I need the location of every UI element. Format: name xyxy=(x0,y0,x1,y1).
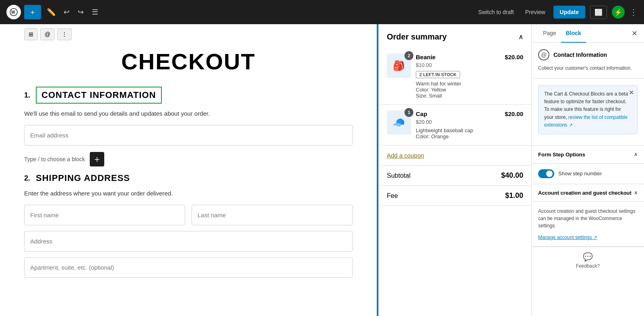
add-block-topbar-button[interactable]: ＋ xyxy=(24,5,41,19)
order-summary-chevron[interactable]: ∧ xyxy=(518,33,523,41)
topbar-right: Switch to draft Preview Update ⬜ ⚡ ⋮ xyxy=(475,6,638,19)
item-price: $20.00 xyxy=(416,119,500,125)
item-total: $20.00 xyxy=(505,110,523,117)
first-name-input[interactable] xyxy=(24,205,185,225)
item-color: Color: Orange xyxy=(416,133,500,139)
user-avatar[interactable]: ⚡ xyxy=(612,6,625,19)
account-section-header[interactable]: Account creation and guest checkout ∧ xyxy=(532,184,644,202)
contact-info-title: Contact Information xyxy=(553,52,607,58)
type-to-choose-label: Type / to choose a block xyxy=(24,156,85,162)
item-total: $20.00 xyxy=(505,54,523,60)
wordpress-logo[interactable]: W xyxy=(6,5,21,19)
show-step-number-row: Show step number xyxy=(538,169,638,178)
address-field-group xyxy=(24,231,353,252)
sidebar-close-button[interactable]: ✕ xyxy=(632,24,638,42)
subtotal-row: Subtotal $40.00 xyxy=(379,166,531,186)
apt-field-group xyxy=(24,257,353,278)
undo-button[interactable]: ↩ xyxy=(61,6,72,18)
preview-button[interactable]: Preview xyxy=(522,6,549,18)
form-step-options-content: Show step number xyxy=(532,164,644,184)
page-title: CHECKOUT xyxy=(24,48,353,75)
item-name: Cap xyxy=(416,110,500,117)
item-name: Beanie xyxy=(416,54,500,60)
order-item-info: Cap $20.00 Lightweight baseball cap Colo… xyxy=(416,110,500,139)
stock-badge: 2 LEFT IN STOCK xyxy=(416,71,460,78)
contact-info-header: @ Contact Information xyxy=(538,49,638,60)
add-coupon-link[interactable]: Add a coupon xyxy=(379,146,531,166)
address-input[interactable] xyxy=(24,231,353,252)
form-step-options-header[interactable]: Form Step Options ∧ xyxy=(532,146,644,164)
tab-block[interactable]: Block xyxy=(561,24,586,43)
order-item-info: Beanie $10.00 2 LEFT IN STOCK Warm hat f… xyxy=(416,54,500,99)
order-summary-header: Order summary ∧ xyxy=(379,24,531,48)
notice-suffix: . xyxy=(574,122,575,128)
subtotal-label: Subtotal xyxy=(387,172,411,179)
add-block-button[interactable]: ＋ xyxy=(90,152,104,166)
tab-page[interactable]: Page xyxy=(538,24,561,43)
item-desc: Lightweight baseball cap xyxy=(416,127,500,133)
notice-close-button[interactable]: ✕ xyxy=(629,89,634,96)
order-item-image: 🎒 2 xyxy=(387,54,411,78)
order-summary-title: Order summary xyxy=(387,32,447,42)
manage-account-settings-link[interactable]: Manage account settings ↗ xyxy=(538,235,597,240)
right-sidebar: Page Block ✕ @ Contact Information Colle… xyxy=(531,24,644,316)
shipping-section-number: 2. xyxy=(24,174,30,183)
name-row xyxy=(24,205,353,225)
form-step-options-chevron: ∧ xyxy=(634,152,638,157)
order-item: 🎒 2 Beanie $10.00 2 LEFT IN STOCK Warm h… xyxy=(379,48,531,105)
item-price: $10.00 xyxy=(416,62,500,68)
subtotal-value: $40.00 xyxy=(501,171,523,180)
sidebar-tabs: Page Block ✕ xyxy=(532,24,644,43)
feedback-icon: 💬 xyxy=(583,252,593,262)
shipping-section-desc: Enter the address where you want your or… xyxy=(24,190,353,197)
options-menu-button[interactable]: ⋮ xyxy=(630,7,638,17)
fee-value: $1.00 xyxy=(505,191,523,200)
account-section-desc: Account creation and guest checkout sett… xyxy=(538,208,638,229)
contact-section-title: CONTACT INFORMATION xyxy=(36,87,162,104)
insert-at-button[interactable]: @ xyxy=(40,28,55,40)
block-toolbar: ⊞ @ ⋮ xyxy=(24,24,353,44)
item-quantity-badge: 2 xyxy=(405,51,413,60)
item-desc: Warm hat for winter xyxy=(416,81,500,87)
redo-button[interactable]: ↪ xyxy=(75,6,86,18)
contact-section-number: 1. xyxy=(24,91,30,100)
switch-to-draft-button[interactable]: Switch to draft xyxy=(475,6,517,18)
topbar: W ＋ ✏️ ↩ ↪ ☰ Switch to draft Preview Upd… xyxy=(0,0,644,24)
last-name-input[interactable] xyxy=(192,205,353,225)
show-step-number-toggle[interactable] xyxy=(538,169,554,178)
shipping-section-title: SHIPPING ADDRESS xyxy=(36,173,130,183)
account-section-chevron: ∧ xyxy=(634,190,638,195)
list-view-button[interactable]: ☰ xyxy=(89,6,101,18)
lightning-icon: ⚡ xyxy=(614,8,622,16)
plus-icon: ＋ xyxy=(29,7,36,17)
editor-view-button[interactable]: ⬜ xyxy=(590,6,607,19)
feedback-button[interactable]: 💬 Feedback? xyxy=(532,247,644,274)
account-section-content: Account creation and guest checkout sett… xyxy=(532,202,644,247)
more-options-toolbar-button[interactable]: ⋮ xyxy=(57,28,72,40)
contact-info-desc: Collect your customer's contact informat… xyxy=(538,64,638,72)
contact-section-header: 1. CONTACT INFORMATION xyxy=(24,87,353,104)
order-item: 🧢 1 Cap $20.00 Lightweight baseball cap … xyxy=(379,105,531,146)
update-button[interactable]: Update xyxy=(553,6,585,19)
notice-section: The Cart & Checkout Blocks are a beta fe… xyxy=(532,79,644,146)
feedback-label: Feedback? xyxy=(576,263,600,269)
email-input[interactable] xyxy=(24,125,353,146)
beta-notice-box: The Cart & Checkout Blocks are a beta fe… xyxy=(538,85,638,134)
contact-info-icon: @ xyxy=(538,49,549,60)
order-item-image: 🧢 1 xyxy=(387,110,411,135)
main-layout: ⊞ @ ⋮ CHECKOUT 1. CONTACT INFORMATION We… xyxy=(0,24,644,316)
svg-text:W: W xyxy=(11,10,15,15)
show-step-number-label: Show step number xyxy=(558,170,602,177)
order-summary-panel: Order summary ∧ 🎒 2 Beanie $10.00 2 LEFT… xyxy=(378,24,531,316)
beanie-emoji: 🎒 xyxy=(393,60,405,71)
item-quantity-badge: 1 xyxy=(405,108,413,117)
cap-emoji: 🧢 xyxy=(393,117,405,128)
item-color: Color: Yellow xyxy=(416,87,500,93)
add-block-row: Type / to choose a block ＋ xyxy=(24,152,353,166)
edit-icon-button[interactable]: ✏️ xyxy=(44,6,58,18)
layout-view-button[interactable]: ⊞ xyxy=(24,28,38,40)
fee-row: Fee $1.00 xyxy=(379,186,531,206)
apt-input[interactable] xyxy=(24,257,353,278)
fee-label: Fee xyxy=(387,192,398,200)
form-step-options-title: Form Step Options xyxy=(538,152,585,158)
